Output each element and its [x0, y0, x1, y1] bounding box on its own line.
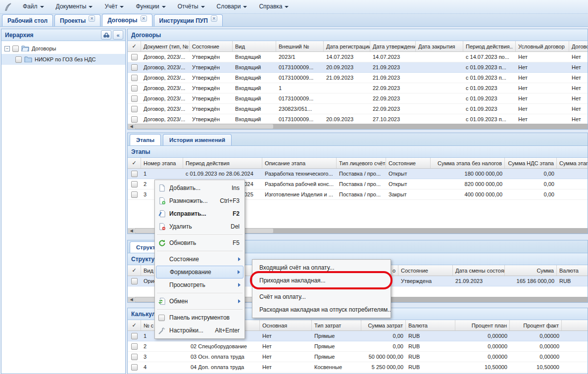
row-checkbox[interactable]	[131, 116, 138, 123]
column-header[interactable]: Документ (тип, №	[141, 41, 190, 51]
close-icon[interactable]: ✕	[89, 15, 95, 22]
menu-accounting[interactable]: Учёт	[98, 1, 130, 12]
tab-contracts[interactable]: Договоры✕	[102, 14, 152, 26]
close-icon[interactable]: ✕	[141, 15, 147, 22]
column-header[interactable]: Процент план	[455, 320, 510, 330]
row-checkbox[interactable]	[131, 181, 138, 187]
column-header[interactable]: Валюта	[557, 265, 588, 276]
scroll-left-icon[interactable]: ◀	[128, 124, 135, 129]
column-header[interactable]: Дата утверждения	[370, 41, 416, 51]
scroll-left-icon[interactable]: ◀	[128, 228, 135, 234]
tab-desktop[interactable]: Рабочий стол	[2, 14, 53, 26]
column-header[interactable]	[562, 320, 588, 330]
row-checkbox[interactable]	[131, 64, 138, 71]
collapse-expander-icon[interactable]: −	[4, 46, 10, 51]
column-header[interactable]: ✓	[128, 320, 141, 330]
table-row[interactable]: Договор, 2023/...УтверждёнВходящий122.09…	[128, 83, 588, 94]
row-checkbox[interactable]	[131, 95, 138, 102]
menu-item-toolbar-toggle[interactable]: Панель инструментов	[156, 311, 244, 324]
column-header[interactable]: Тип лицевого счёта	[337, 158, 386, 168]
menu-item-edit[interactable]: Исправить... F2	[156, 207, 244, 220]
column-header[interactable]: ✓	[128, 265, 141, 276]
row-checkbox[interactable]	[131, 85, 138, 92]
column-header[interactable]: Сумма	[505, 265, 557, 276]
scroll-left-icon[interactable]: ◀	[128, 297, 135, 302]
menu-item-settings[interactable]: Настройки... Alt+Enter	[156, 324, 244, 337]
tab-projects[interactable]: Проекты✕	[54, 14, 100, 26]
row-checkbox[interactable]	[131, 364, 138, 371]
row-checkbox[interactable]	[131, 278, 138, 284]
column-header[interactable]: Сумма этапа	[557, 158, 588, 168]
column-header[interactable]: Вид	[233, 41, 276, 51]
close-icon[interactable]: ✕	[211, 15, 217, 22]
menu-item-state[interactable]: Состояние	[156, 253, 244, 266]
column-header[interactable]: ✓	[128, 41, 141, 51]
tab-stages[interactable]: Этапы	[130, 134, 161, 145]
column-header[interactable]: Описание этапа	[262, 158, 337, 168]
table-row[interactable]: Договор, 2023/...УтверждёнВходящий017310…	[128, 73, 588, 83]
table-row[interactable]: Договор, 2023/...УтверждёнВходящий017310…	[128, 62, 588, 73]
menu-item-refresh[interactable]: Обновить F5	[156, 236, 244, 249]
column-header[interactable]: Дата регистрации	[324, 41, 370, 51]
column-header[interactable]: Сумма затрат	[361, 320, 406, 330]
menu-help[interactable]: Справка	[253, 1, 294, 12]
row-checkbox[interactable]	[131, 343, 138, 350]
row-checkbox[interactable]	[131, 106, 138, 112]
tab-change-history[interactable]: История изменений	[163, 134, 232, 145]
column-header[interactable]: Сумма НДС этапа	[505, 158, 557, 168]
column-header[interactable]: Номер этапа	[141, 158, 183, 168]
binoculars-icon[interactable]	[101, 30, 111, 40]
row-checkbox[interactable]	[131, 354, 138, 360]
table-row[interactable]: 202 СпецоборудованиеНетПрямые0,00RUB0,00…	[128, 341, 588, 352]
column-header[interactable]: Валюта	[406, 320, 455, 330]
tree-item-niokr[interactable]: НИОКР по ГОЗ без НДС	[1, 54, 125, 65]
column-header[interactable]: Состояние	[386, 158, 431, 168]
column-header[interactable]: Сумма этапа без налогов	[431, 158, 505, 168]
contracts-hscrollbar[interactable]: ◀	[128, 124, 588, 129]
menu-functions[interactable]: Функции	[130, 1, 171, 12]
column-header[interactable]: Основная	[260, 320, 312, 330]
menu-dictionaries[interactable]: Словари	[211, 1, 253, 12]
row-checkbox[interactable]	[131, 171, 138, 177]
scrollbar-thumb[interactable]	[135, 124, 273, 129]
submenu-item-payment-invoice[interactable]: Счёт на оплату...	[252, 290, 391, 303]
table-row[interactable]: Договор, 2023/...УтверждёнВходящий017310…	[128, 114, 588, 124]
menu-item-add[interactable]: Добавить... Ins	[156, 182, 244, 194]
submenu-item-outgoing-note[interactable]: Расходная накладная на отпуск потребител…	[252, 303, 391, 316]
submenu-item-incoming-invoice[interactable]: Входящий счёт на оплату...	[252, 261, 391, 274]
column-header[interactable]: Состояние	[190, 41, 233, 51]
tree-checkbox[interactable]	[12, 46, 19, 52]
table-row[interactable]: Договор, 2023/...УтверждёнВходящий017310…	[128, 94, 588, 104]
menu-item-formation[interactable]: Формирование	[156, 266, 244, 279]
menu-item-duplicate[interactable]: Размножить... Ctrl+F3	[156, 194, 244, 207]
column-header[interactable]: Тип затрат	[312, 320, 361, 330]
table-row[interactable]: Договор, 2023/...УтверждёнВходящий230823…	[128, 104, 588, 114]
menu-item-delete[interactable]: Удалить Del	[156, 220, 244, 233]
menu-reports[interactable]: Отчёты	[172, 1, 211, 12]
menu-item-view[interactable]: Просмотреть	[156, 279, 244, 291]
row-checkbox[interactable]	[131, 75, 138, 81]
menu-documents[interactable]: Документы	[50, 1, 99, 12]
menu-file[interactable]: Файл	[17, 1, 50, 12]
table-row[interactable]: 1с 01.09.2023 по 28.06.2024Разработка те…	[128, 169, 588, 179]
collapse-left-icon[interactable]: «	[113, 30, 123, 40]
row-checkbox[interactable]	[131, 333, 138, 339]
column-header[interactable]: Период действия	[183, 158, 262, 168]
tab-instructions[interactable]: Инструкции ПУП✕	[154, 14, 223, 26]
submenu-item-receipt-note[interactable]: Приходная накладная...	[252, 274, 391, 287]
column-header[interactable]: Дата смены состояния	[453, 265, 505, 276]
column-header[interactable]: Процент факт	[510, 320, 562, 330]
table-row[interactable]: Договор, 2023/...УтверждёнВходящий2023/1…	[128, 52, 588, 62]
menu-item-exchange[interactable]: Обмен	[156, 295, 244, 308]
column-header[interactable]: Условный договор	[516, 41, 569, 51]
column-header[interactable]: Договор	[569, 41, 588, 51]
tree-checkbox[interactable]	[15, 56, 22, 63]
row-checkbox[interactable]	[131, 54, 138, 60]
column-header[interactable]: Состояние	[398, 265, 453, 276]
column-header[interactable]: Внешний №	[276, 41, 324, 51]
column-header[interactable]: Период действия..	[463, 41, 516, 51]
table-row[interactable]: 404 Доп. оплата трудаНетКосвенные5 250 0…	[128, 362, 588, 373]
table-row[interactable]: 303 Осн. оплата трудаНетПрямые50 000 000…	[128, 352, 588, 362]
tree-item-contracts[interactable]: − Договоры	[1, 43, 125, 54]
column-header[interactable]: Дата закрытия	[416, 41, 463, 51]
